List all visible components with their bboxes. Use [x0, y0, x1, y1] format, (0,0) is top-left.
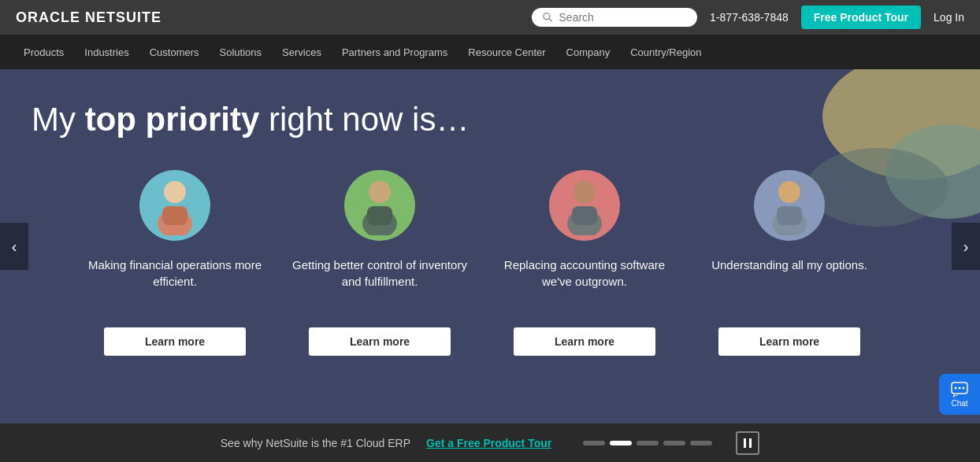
carousel-prev-button[interactable]: ‹ [0, 223, 28, 270]
svg-point-14 [778, 181, 800, 203]
nav-services[interactable]: Services [274, 35, 329, 69]
svg-point-20 [955, 386, 957, 389]
login-link[interactable]: Log In [934, 11, 964, 24]
carousel-next-button[interactable]: › [952, 223, 980, 270]
card-1-text: Making financial operations more efficie… [80, 257, 269, 312]
person-icon-1 [151, 176, 199, 235]
svg-rect-16 [777, 206, 802, 225]
person-icon-2 [356, 176, 403, 235]
avatar-card-1 [139, 170, 210, 241]
hero-section: ‹ My top priority right now is… Making f… [0, 69, 980, 423]
card-2-text: Getting better control of inventory and … [285, 257, 474, 312]
dot-1[interactable] [583, 441, 605, 445]
chat-widget[interactable]: Chat [939, 374, 980, 415]
card-3-learn-more-button[interactable]: Learn more [514, 327, 655, 356]
svg-line-1 [549, 19, 552, 22]
hero-title: My top priority right now is… [32, 101, 933, 139]
nav-industries[interactable]: Industries [76, 35, 136, 69]
logo: ORACLE NETSUITE [16, 9, 161, 26]
card-4-text: Understanding all my options. [711, 257, 867, 312]
nav-partners[interactable]: Partners and Programs [334, 35, 455, 69]
top-nav-right: 1-877-638-7848 Free Product Tour Log In [532, 6, 964, 29]
svg-point-0 [544, 13, 550, 20]
nav-customers[interactable]: Customers [142, 35, 207, 69]
nav-country-region[interactable]: Country/Region [622, 35, 709, 69]
main-navigation: Products Industries Customers Solutions … [0, 35, 980, 69]
hero-card-1: Making financial operations more efficie… [80, 170, 269, 356]
dot-3[interactable] [637, 441, 659, 445]
top-navigation: ORACLE NETSUITE 1-877-638-7848 Free Prod… [0, 0, 980, 35]
person-icon-3 [561, 176, 608, 235]
svg-rect-7 [162, 206, 187, 225]
svg-rect-17 [744, 438, 746, 448]
bottom-bar: See why NetSuite is the #1 Cloud ERP Get… [0, 423, 980, 462]
avatar-card-4 [754, 170, 825, 241]
bottom-bar-text: See why NetSuite is the #1 Cloud ERP [221, 437, 410, 449]
card-4-learn-more-button[interactable]: Learn more [718, 327, 860, 356]
free-tour-button[interactable]: Free Product Tour [801, 6, 921, 29]
carousel-progress-dots [583, 441, 712, 445]
svg-point-22 [963, 386, 965, 389]
phone-number: 1-877-638-7848 [710, 11, 789, 24]
card-2-learn-more-button[interactable]: Learn more [309, 327, 451, 356]
hero-cards-row: Making financial operations more efficie… [32, 170, 933, 356]
svg-rect-13 [572, 206, 597, 225]
pause-icon [743, 438, 752, 449]
svg-point-11 [574, 181, 596, 203]
person-icon-4 [766, 176, 813, 235]
chat-icon [951, 382, 968, 397]
hero-card-3: Replacing accounting software we've outg… [490, 170, 679, 356]
nav-resource-center[interactable]: Resource Center [460, 35, 553, 69]
get-free-tour-link[interactable]: Get a Free Product Tour [426, 437, 551, 449]
dot-2[interactable] [610, 441, 632, 445]
avatar-card-2 [344, 170, 415, 241]
card-1-learn-more-button[interactable]: Learn more [104, 327, 246, 356]
svg-point-5 [164, 181, 186, 203]
nav-products[interactable]: Products [16, 35, 72, 69]
search-box[interactable] [532, 8, 697, 27]
card-3-text: Replacing accounting software we've outg… [490, 257, 679, 312]
nav-solutions[interactable]: Solutions [212, 35, 269, 69]
svg-point-21 [959, 386, 961, 389]
hero-card-4: Understanding all my options. Learn more [695, 170, 884, 356]
dot-5[interactable] [690, 441, 712, 445]
logo-area: ORACLE NETSUITE [16, 9, 161, 26]
search-input[interactable] [559, 11, 687, 24]
hero-card-2: Getting better control of inventory and … [285, 170, 474, 356]
svg-rect-18 [749, 438, 752, 448]
nav-company[interactable]: Company [559, 35, 618, 69]
avatar-card-3 [549, 170, 620, 241]
search-icon [543, 12, 552, 23]
svg-rect-10 [367, 206, 392, 225]
pause-button[interactable] [736, 431, 759, 455]
svg-point-8 [369, 181, 391, 203]
chat-label: Chat [951, 399, 967, 408]
dot-4[interactable] [663, 441, 685, 445]
